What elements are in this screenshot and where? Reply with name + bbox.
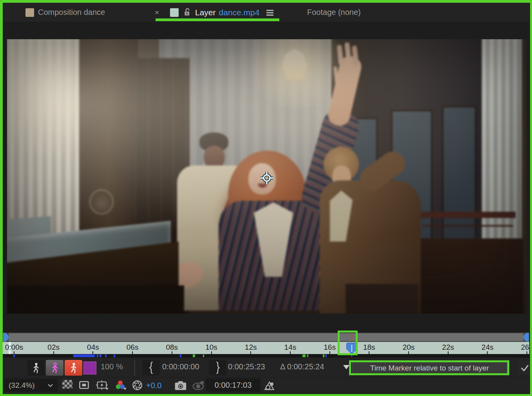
cache-mark-blue [114, 354, 115, 357]
panel-menu-icon[interactable] [266, 10, 273, 11]
take-snapshot-button[interactable] [174, 381, 187, 391]
tab-layer-label: Layer [195, 8, 216, 17]
exposure-value[interactable]: +0.0 [146, 381, 161, 390]
ruler-label: 02s [47, 343, 60, 352]
cache-mark-green [302, 354, 306, 357]
ruler-label: 20s [403, 343, 415, 352]
set-in-point-button[interactable] [142, 360, 160, 376]
transparency-grid-button[interactable] [62, 380, 72, 389]
ruler-label: 0:00s [5, 343, 23, 352]
ruler-tick [53, 351, 54, 354]
set-out-point-button[interactable] [209, 360, 226, 376]
out-point-icon [214, 361, 221, 374]
layer-panel-toolbar: 100 % 0:00:00:00 0:00:25:23 Δ 0:00:25:24… [3, 358, 529, 377]
person-boundary-icon [50, 362, 60, 374]
cache-mark-blue [100, 354, 101, 357]
timeline-scrollbar[interactable] [3, 332, 529, 342]
ruler-label: 14s [284, 343, 297, 352]
ruler-tick [290, 351, 291, 354]
person-icon [31, 362, 41, 374]
annotation-layer-tab-underline [156, 18, 279, 21]
ruler-label: 08s [166, 343, 178, 352]
show-snapshot-button[interactable] [192, 381, 205, 391]
layer-viewer-area [3, 22, 529, 331]
toggle-alpha-button[interactable] [27, 360, 45, 376]
timeline-scroll-thumb[interactable] [9, 333, 523, 341]
ruler-label: 18s [363, 343, 375, 352]
shutter-icon [132, 380, 143, 391]
ruler-tick [92, 351, 93, 354]
tab-footage-label: Footage (none) [307, 8, 361, 17]
ruler-tick [487, 351, 488, 354]
region-of-interest-button[interactable] [79, 381, 89, 389]
viewer-status-bar: (32.4%) [3, 377, 529, 394]
cache-mark-blue [97, 354, 98, 357]
toggle-alpha-overlay-button[interactable] [65, 360, 82, 376]
out-time-value[interactable]: 0:00:25:23 [228, 362, 265, 371]
ruler-label: 24s [481, 343, 494, 352]
ruler-label: 22s [442, 343, 454, 352]
channels-dropdown-arrow[interactable] [123, 388, 127, 392]
playhead-scroll-indicator [351, 334, 352, 340]
timeline-zoom-handle-right[interactable] [523, 333, 529, 342]
checkerboard-icon [62, 380, 72, 389]
ruler-label: 16s [324, 343, 336, 352]
magnification-dropdown[interactable]: (32.4%) [4, 379, 58, 392]
composition-icon [25, 8, 34, 17]
after-effects-layer-panel: Composition dance × Layer dance.mp4 Foot… [0, 0, 532, 396]
current-time-value: 0:00:17:03 [215, 381, 252, 390]
view-masks-button[interactable] [264, 380, 275, 391]
video-frame-canvas[interactable] [7, 39, 527, 314]
current-time-field[interactable]: 0:00:17:03 [206, 378, 261, 392]
toolbar-divider [134, 360, 135, 376]
roi-icon [79, 381, 89, 389]
camera-icon [174, 381, 187, 391]
cache-mark-blue [180, 354, 181, 357]
ruler-label: 26s [521, 343, 529, 352]
tab-composition-label: Composition dance [38, 8, 105, 17]
toggle-alpha-boundary-button[interactable] [46, 360, 63, 376]
chevron-down-icon [47, 383, 53, 387]
mask-shapes-icon [264, 380, 275, 391]
ruler-label: 06s [127, 343, 139, 352]
ruler-tick [132, 351, 133, 354]
duration-delta-value: Δ 0:00:25:24 [280, 362, 324, 371]
ruler-label: 04s [87, 343, 99, 352]
ruler-tick [329, 351, 330, 354]
render-checkbox[interactable] [517, 361, 532, 375]
ruler-tick [408, 351, 409, 354]
cache-indicator-strip [3, 354, 529, 358]
ruler-label: 12s [245, 343, 257, 352]
tab-footage[interactable]: Footage (none) [307, 3, 361, 22]
view-dropdown-arrow[interactable] [343, 365, 349, 372]
tab-composition[interactable]: Composition dance [25, 3, 105, 22]
ruler-tick [448, 351, 449, 354]
cache-mark-green [323, 354, 324, 357]
ruler-tick [172, 351, 172, 354]
ruler-tick [250, 351, 251, 354]
overlay-opacity-value[interactable]: 100 % [101, 362, 123, 371]
time-marker-tooltip: Time Marker relative to start of layer [352, 362, 507, 374]
guides-dropdown-arrow[interactable] [105, 388, 109, 392]
cache-mark-green [203, 354, 204, 357]
in-point-icon [148, 361, 155, 374]
layer-panel-icon [170, 8, 179, 17]
timeline-zoom-handle-left[interactable] [3, 333, 9, 342]
ruler-tick [527, 351, 527, 354]
cache-mark-blue [105, 354, 107, 357]
ruler-tick [211, 351, 212, 354]
person-overlay-icon [69, 362, 78, 374]
magnification-value: (32.4%) [9, 381, 35, 390]
time-ruler[interactable]: 0:00s02s04s06s08s10s12s14s16s18s20s22s24… [3, 342, 529, 354]
current-time-indicator-stem [351, 352, 352, 357]
anchor-point-crosshair [260, 171, 274, 185]
ruler-tick [14, 351, 14, 354]
overlay-color-swatch[interactable] [83, 361, 96, 374]
check-icon [520, 363, 529, 372]
lock-icon[interactable] [183, 8, 191, 17]
tab-layer-filename: dance.mp4 [219, 8, 260, 17]
exposure-button[interactable] [132, 380, 143, 391]
ghost-camera-icon [192, 381, 205, 391]
in-time-value[interactable]: 0:00:00:00 [162, 362, 199, 371]
cache-mark-blue [13, 354, 15, 357]
